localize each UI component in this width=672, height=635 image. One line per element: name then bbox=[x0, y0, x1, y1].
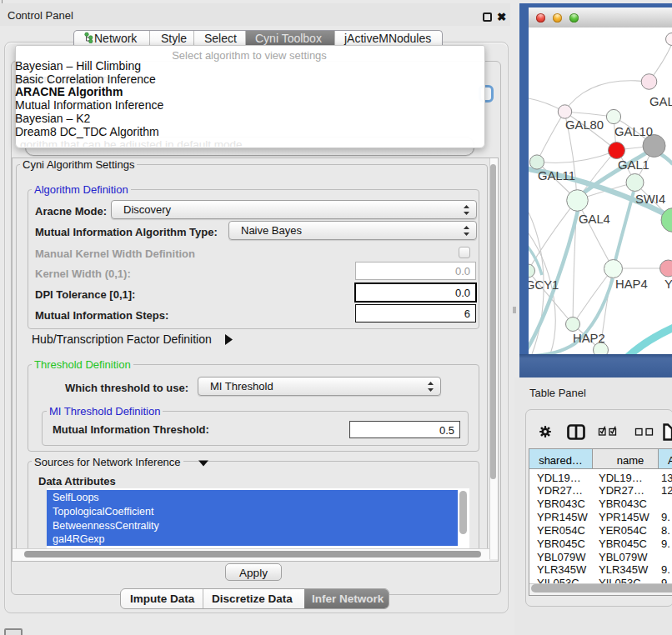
svg-text:GAL10: GAL10 bbox=[614, 125, 653, 138]
svg-text:GAL80: GAL80 bbox=[565, 118, 604, 132]
svg-text:HAP4: HAP4 bbox=[615, 278, 648, 291]
svg-text:GCY1: GCY1 bbox=[529, 278, 559, 292]
svg-text:YD: YD bbox=[664, 278, 672, 291]
svg-text:GAL1: GAL1 bbox=[618, 158, 649, 172]
svg-text:SWI4: SWI4 bbox=[635, 192, 665, 206]
svg-text:HAP2: HAP2 bbox=[573, 332, 605, 345]
svg-text:GAL4: GAL4 bbox=[579, 212, 610, 226]
svg-text:GAL11: GAL11 bbox=[538, 169, 575, 182]
svg-text:GAL2: GAL2 bbox=[649, 95, 672, 108]
